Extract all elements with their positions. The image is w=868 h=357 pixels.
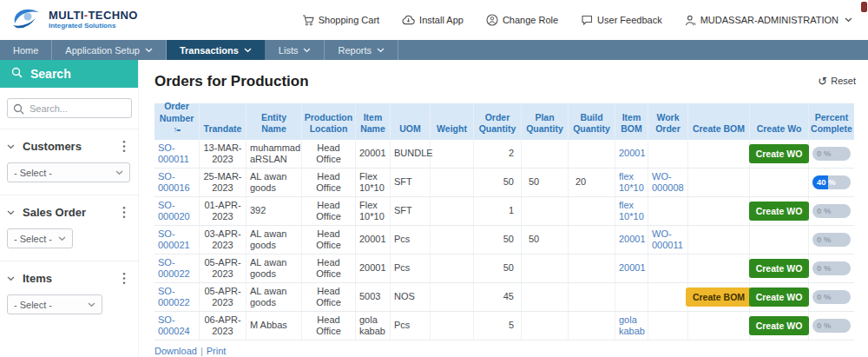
filter-section-items-header[interactable]: Items	[7, 272, 131, 285]
cell-order-quantity: 2	[509, 148, 514, 159]
chevron-down-icon	[303, 48, 311, 53]
nav-item-home[interactable]: Home	[0, 40, 52, 60]
page-title: Orders for Production	[155, 60, 861, 90]
filter-sections: Customers- Select -Sales Order- Select -…	[0, 129, 138, 327]
cell-item_bom: flex 10*10	[615, 197, 648, 225]
item-bom-link[interactable]: flex 10*10	[619, 171, 644, 194]
topmenu-install-app-label: Install App	[419, 15, 464, 25]
nav-item-application-setup[interactable]: Application Setup	[52, 40, 167, 60]
cell-trandate: 05-APR-2023	[200, 255, 247, 282]
item-bom-link[interactable]: 20001	[619, 234, 646, 245]
order-number-link[interactable]: SO-000022	[158, 257, 195, 280]
search-input[interactable]	[7, 98, 132, 118]
download-link[interactable]: Download	[155, 346, 197, 356]
topmenu-user-profile[interactable]: MUDASSAR-ADMINISTRATION	[685, 15, 852, 26]
kebab-menu-icon[interactable]	[122, 206, 126, 219]
nav-item-transactions[interactable]: Transactions	[167, 40, 266, 60]
kebab-menu-icon[interactable]	[122, 140, 126, 153]
filter-section-items-title: Items	[23, 272, 52, 285]
cell-production-location: Head Office	[306, 228, 352, 251]
create-wo-button[interactable]: Create WO	[749, 316, 810, 335]
create-wo-button[interactable]: Create WO	[749, 202, 810, 221]
cell-order_number: SO-000011	[155, 140, 200, 168]
create-wo-button[interactable]: Create WO	[749, 288, 810, 307]
order-number-link[interactable]: SO-000021	[158, 228, 195, 251]
customers-select[interactable]: - Select -	[7, 162, 130, 182]
cell-order-quantity: 2	[474, 140, 522, 168]
filter-section-customers-header[interactable]: Customers	[7, 140, 131, 153]
cell-create_wo	[750, 169, 809, 196]
col-header-work_order-label: Work Order	[650, 112, 686, 136]
kebab-menu-icon[interactable]	[122, 272, 126, 285]
col-header-create_bom: Create BOM	[688, 103, 750, 140]
cell-item-name: 20001	[356, 226, 391, 254]
sort-ascending-icon[interactable]: ↑₌	[174, 125, 180, 136]
cell-trandate: 05-APR-2023	[203, 286, 242, 308]
items-select-value: - Select -	[14, 300, 52, 310]
nav-item-lists[interactable]: Lists	[266, 40, 326, 60]
item-bom-link[interactable]: 20001	[619, 148, 646, 159]
cell-order-quantity: 45	[474, 283, 522, 311]
cell-weight	[431, 312, 474, 340]
work-order-link[interactable]: WO-000011	[652, 228, 684, 251]
create-wo-button[interactable]: Create WO	[749, 259, 810, 278]
cell-trandate: 13-MAR-2023	[200, 140, 247, 168]
create-bom-button[interactable]: Create BOM	[686, 288, 752, 307]
table-header-row: Order Number↑₌TrandateEntity NameProduct…	[155, 103, 854, 140]
cell-order-quantity: 1	[474, 197, 522, 225]
col-header-percent: Percent Complete	[809, 103, 854, 140]
sidebar-search-header: Search	[0, 60, 138, 88]
cell-item-name: 20001	[356, 140, 391, 168]
percent-label: 0 %	[817, 292, 831, 301]
cell-work_order: WO-000008	[648, 169, 688, 196]
work-order-link[interactable]: WO-000008	[652, 171, 684, 194]
col-header-order_number[interactable]: Order Number↑₌	[155, 103, 200, 140]
cell-create_bom	[688, 197, 750, 225]
nav-item-reports[interactable]: Reports	[325, 40, 398, 60]
cell-plan-quantity	[522, 197, 569, 225]
cell-production-location: Head Office	[302, 312, 356, 340]
chevron-down-icon	[377, 48, 385, 53]
order-number-link[interactable]: SO-000020	[158, 200, 195, 222]
orders-table: Order Number↑₌TrandateEntity NameProduct…	[155, 103, 854, 340]
col-header-build_qty: Build Quantity	[569, 103, 615, 140]
create-wo-button[interactable]: Create WO	[749, 144, 810, 163]
topmenu-user-feedback[interactable]: User Feedback	[581, 15, 662, 26]
cell-weight	[431, 197, 474, 225]
topmenu-install-app[interactable]: Install App	[402, 15, 464, 25]
reset-button[interactable]: ↺ Reset	[818, 76, 856, 86]
topmenu-change-role[interactable]: Change Role	[486, 14, 558, 26]
percent-label: 0 %	[817, 235, 831, 244]
cell-uom: SFT	[394, 176, 412, 188]
cell-production-location: Head Office	[302, 283, 356, 311]
cell-order-quantity: 50	[503, 176, 514, 188]
vertical-scrollbar-thumb[interactable]	[861, 2, 867, 12]
sales-order-select[interactable]: - Select -	[7, 228, 73, 248]
cell-production-location: Head Office	[306, 314, 352, 337]
items-select[interactable]: - Select -	[7, 294, 102, 314]
topmenu-shopping-cart[interactable]: Shopping Cart	[302, 15, 379, 26]
cell-trandate: 13-MAR-2023	[203, 142, 242, 165]
cell-uom: Pcs	[394, 262, 410, 274]
cell-build-quantity	[569, 312, 615, 340]
cell-plan-quantity	[522, 312, 569, 340]
order-number-link[interactable]: SO-000022	[158, 286, 195, 308]
filter-section-sales-order-header[interactable]: Sales Order	[7, 206, 131, 219]
item-bom-link[interactable]: flex 10*10	[619, 200, 644, 222]
order-number-link[interactable]: SO-000016	[158, 171, 195, 194]
order-number-link[interactable]: SO-000011	[158, 142, 195, 165]
item-bom-link[interactable]: gola kabab	[619, 314, 645, 337]
col-header-order_qty: Order Quantity	[474, 103, 522, 140]
cell-production-location: Head Office	[306, 200, 352, 222]
order-number-link[interactable]: SO-000024	[158, 314, 195, 337]
col-header-production_location: Production Location	[302, 103, 356, 140]
cell-work_order	[648, 197, 688, 225]
cell-plan-quantity	[522, 255, 569, 282]
cell-order_number: SO-000020	[155, 197, 200, 225]
print-link[interactable]: Print	[207, 346, 227, 356]
col-header-item_name-label: Item Name	[358, 112, 388, 136]
primary-nav: HomeApplication SetupTransactionsListsRe…	[0, 40, 868, 60]
percent-label: 40 %	[817, 177, 836, 187]
cell-production-location: Head Office	[306, 142, 352, 165]
item-bom-link[interactable]: 20001	[619, 262, 646, 274]
